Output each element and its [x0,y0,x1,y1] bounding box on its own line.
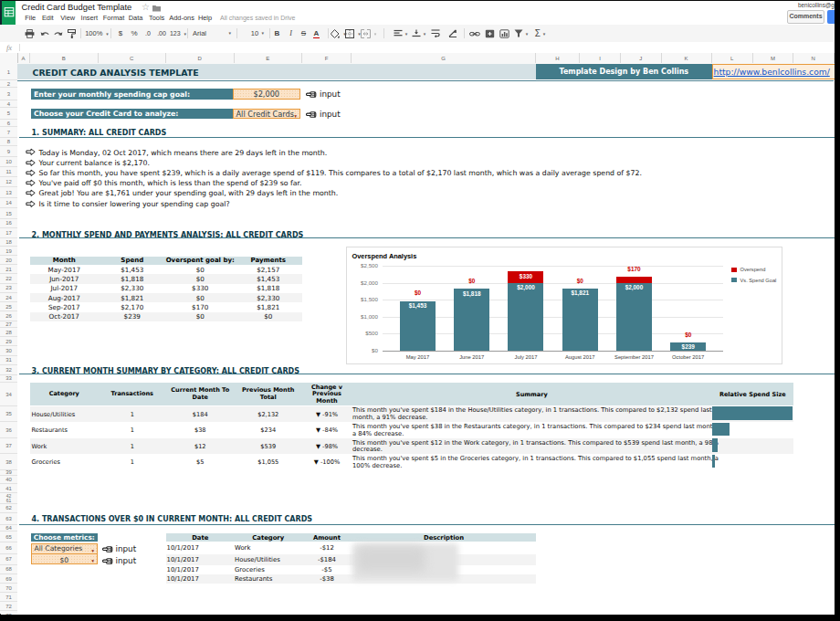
row-header-65[interactable]: 65 [0,532,17,542]
row-header-12[interactable]: 12 [0,177,17,187]
row-header-27[interactable]: 27 [0,321,17,329]
row-header-6[interactable]: 6 [0,120,17,127]
credit-card-input[interactable]: All Credit Cards▾ [233,109,301,119]
row-header-14[interactable]: 14 [0,198,17,209]
borders-button[interactable]: ▾ [344,25,360,42]
font-name-select[interactable]: Arial▾ [193,25,233,42]
row-header-18[interactable]: 18 [0,238,17,247]
row-header-21[interactable]: 21 [0,265,17,274]
column-header-A[interactable]: A [17,53,30,63]
row-header-11[interactable]: 11 [0,167,17,177]
star-icon[interactable]: ☆ [142,2,150,12]
row-header-26[interactable]: 26 [0,312,17,321]
row-header-15[interactable]: 15 [0,209,17,219]
menu-edit[interactable]: Edit [42,14,54,22]
row-header-13[interactable]: 13 [0,187,17,198]
column-header-D[interactable]: D [166,53,235,63]
row-header-40[interactable]: 40 [0,476,17,485]
filter-button[interactable]: ▾ [513,25,528,42]
column-header-I[interactable]: I [580,53,621,63]
row-header-66[interactable]: 66 [0,542,17,554]
insert-link-button[interactable] [468,25,481,42]
row-header-70[interactable]: 70 [0,584,17,593]
column-header-E[interactable]: E [235,53,303,63]
menu-format[interactable]: Format [103,14,124,22]
row-header-41[interactable]: 41 [0,485,17,494]
comments-button[interactable]: Comments [787,10,824,24]
column-header-B[interactable]: B [30,53,99,63]
folder-icon[interactable] [152,5,161,12]
row-header-9[interactable]: 9 [0,146,17,156]
italic-button[interactable]: I [285,25,297,42]
row-header-72[interactable]: 72 [0,602,17,611]
column-header-K[interactable]: K [662,53,712,63]
row-header-32[interactable]: 32 [0,365,17,375]
menu-addons[interactable]: Add-ons [169,14,194,22]
row-header-1[interactable]: 1 [0,64,17,80]
row-header-5[interactable]: 5 [0,108,17,120]
format-percent-button[interactable]: % [129,25,140,42]
redo-icon[interactable] [52,25,64,42]
select-all-corner[interactable] [0,53,18,63]
menu-tools[interactable]: Tools [149,14,164,22]
row-header-4[interactable]: 4 [0,100,17,108]
overspend-chart[interactable]: Overspend Analysis$0$500$1,000$1,500$2,0… [346,247,782,364]
row-header-38[interactable]: 38 [0,454,17,470]
text-color-button[interactable]: A [310,25,322,42]
row-header-25[interactable]: 25 [0,302,17,311]
column-header-C[interactable]: C [99,53,167,63]
increase-decimal-button[interactable]: .00 [155,25,168,42]
row-header-33[interactable]: 33 [0,375,17,384]
row-header-10[interactable]: 10 [0,157,17,167]
row-header-16[interactable]: 16 [0,219,17,228]
row-header-28[interactable]: 28 [0,329,17,338]
row-header-17[interactable]: 17 [0,228,17,238]
row-header-73[interactable]: 73 [0,611,17,615]
decrease-decimal-button[interactable]: .0 [142,25,154,42]
column-header-G[interactable]: G [352,53,536,63]
document-title[interactable]: Credit Card Budget Template [22,2,132,12]
row-header-2[interactable]: 2 [0,80,17,88]
functions-button[interactable]: Σ▾ [532,25,547,42]
row-header-34[interactable]: 34 [0,383,17,405]
column-header-M[interactable]: M [753,53,793,63]
row-header-30[interactable]: 30 [0,346,17,356]
row-header-22[interactable]: 22 [0,274,17,283]
row-header-23[interactable]: 23 [0,284,17,293]
column-header-L[interactable]: L [712,53,753,63]
row-header-42-61[interactable]: 4261 [0,493,17,503]
row-header-20[interactable]: 20 [0,257,17,266]
menu-view[interactable]: View [60,14,75,22]
row-header-19[interactable]: 19 [0,247,17,256]
menu-data[interactable]: Data [129,14,143,22]
sheets-logo-icon[interactable] [2,1,16,25]
menu-help[interactable]: Help [198,14,212,22]
paint-format-icon[interactable] [66,25,78,42]
text-rotation-button[interactable] [446,25,460,42]
row-header-29[interactable]: 29 [0,337,17,346]
spending-cap-input[interactable]: $2,000 [233,89,301,100]
sheet-grid[interactable]: CREDIT CARD ANALYSIS TEMPLATETemplate De… [17,64,835,614]
font-size-select[interactable]: 10▾ [243,25,267,42]
undo-icon[interactable] [39,25,51,42]
insert-comment-button[interactable] [483,25,496,42]
row-header-36[interactable]: 36 [0,422,17,438]
row-header-69[interactable]: 69 [0,574,17,584]
fill-color-button[interactable]: ▾ [330,25,345,42]
row-header-68[interactable]: 68 [0,565,17,574]
account-email[interactable]: benicollins@gm [798,2,835,8]
text-wrap-button[interactable] [428,25,443,42]
zoom-select[interactable]: 100%▾ [84,25,108,42]
row-header-67[interactable]: 67 [0,554,17,565]
filter-amount-select[interactable]: $0▾ [32,555,98,565]
row-header-8[interactable]: 8 [0,138,17,146]
menu-insert[interactable]: Insert [81,14,98,22]
bold-button[interactable]: B [271,25,283,42]
share-button[interactable] [827,10,835,24]
format-currency-button[interactable]: $ [115,25,126,42]
strikethrough-button[interactable]: S [298,25,310,42]
vertical-align-button[interactable]: ▾ [411,25,425,42]
column-header-J[interactable]: J [621,53,662,63]
row-header-24[interactable]: 24 [0,293,17,302]
print-icon[interactable] [24,25,36,42]
